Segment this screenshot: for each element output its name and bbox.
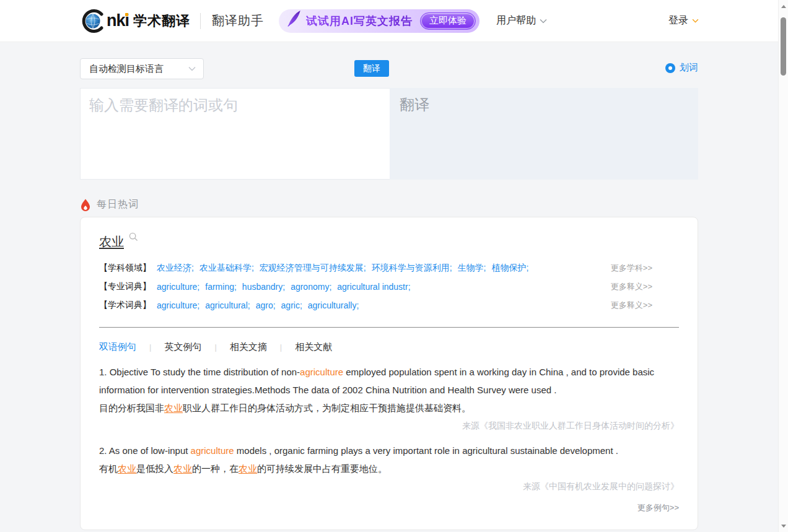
language-select[interactable]: 自动检测目标语言 bbox=[80, 58, 204, 79]
word-select-toggle[interactable]: 划词 bbox=[665, 62, 698, 74]
translate-box: 翻译 bbox=[80, 88, 698, 180]
source-text-input[interactable] bbox=[81, 89, 390, 179]
dict-link[interactable]: husbandry; bbox=[242, 282, 285, 292]
translate-button[interactable]: 翻译 bbox=[354, 60, 389, 77]
dict-link[interactable]: agriculture; bbox=[157, 282, 199, 292]
definition-links: agriculture;farming;husbandry;agronomy;a… bbox=[151, 282, 411, 292]
scroll-up-arrow[interactable] bbox=[779, 1, 788, 11]
dict-link[interactable]: 生物学; bbox=[458, 263, 486, 274]
dict-link[interactable]: agric; bbox=[281, 300, 302, 310]
header-subtitle: 翻译助手 bbox=[212, 12, 264, 29]
chevron-down-icon bbox=[188, 66, 196, 71]
try-now-button[interactable]: 立即体验 bbox=[420, 12, 476, 30]
definition-rows: 【学科领域】 农业经济;农业基础科学;宏观经济管理与可持续发展;环境科学与资源利… bbox=[99, 259, 679, 315]
header: nki 学术翻译 翻译助手 试试用AI写英文报告 立即体验 用户帮助 登录 bbox=[0, 0, 788, 42]
translation-output-placeholder: 翻译 bbox=[400, 95, 688, 115]
dict-link[interactable]: 农业基础科学; bbox=[199, 263, 254, 274]
highlighted-term: agriculture bbox=[191, 445, 234, 456]
example-text: 的可持续发展中占有重要地位。 bbox=[257, 463, 387, 474]
radio-on-icon bbox=[665, 63, 675, 73]
language-select-value: 自动检测目标语言 bbox=[89, 63, 188, 75]
highlighted-term: agriculture bbox=[300, 367, 343, 377]
example-english: 2. As one of low-input agriculture model… bbox=[99, 442, 679, 460]
tab-separator: | bbox=[280, 342, 282, 352]
dict-link[interactable]: 环境科学与资源利用; bbox=[372, 263, 452, 274]
highlighted-term: 农业 bbox=[164, 403, 183, 413]
dict-link[interactable]: agronomy; bbox=[291, 282, 331, 292]
daily-hotword-header: 每日热词 bbox=[80, 198, 698, 211]
scroll-down-arrow[interactable] bbox=[779, 521, 788, 531]
translation-output-panel: 翻译 bbox=[390, 88, 698, 180]
quill-icon bbox=[286, 9, 302, 28]
definition-row-label: 【专业词典】 bbox=[99, 281, 151, 292]
example-text: 2. As one of low-input bbox=[99, 445, 191, 456]
cnki-logo[interactable]: nki 学术翻译 bbox=[81, 9, 190, 33]
translator-controls: 自动检测目标语言 翻译 划词 bbox=[80, 58, 698, 79]
search-icon[interactable] bbox=[129, 232, 138, 242]
definition-row-professional-dict: 【专业词典】 agriculture;farming;husbandry;agr… bbox=[99, 277, 679, 296]
example-chinese: 目的分析我国非农业职业人群工作日的身体活动方式，为制定相应干预措施提供基础资料。 bbox=[99, 399, 679, 417]
example-text: 1. Objective To study the time distribut… bbox=[99, 367, 300, 377]
ai-report-banner[interactable]: 试试用AI写英文报告 立即体验 bbox=[279, 9, 479, 33]
example-text: 是低投入 bbox=[136, 463, 173, 474]
banner-text: 试试用AI写英文报告 bbox=[306, 14, 413, 28]
tab-bilingual-examples[interactable]: 双语例句 bbox=[99, 341, 136, 353]
hotword-card: 农业 【学科领域】 农业经济;农业基础科学;宏观经济管理与可持续发展;环境科学与… bbox=[80, 217, 698, 530]
example-2: 2. As one of low-input agriculture model… bbox=[99, 442, 679, 492]
main-content: 自动检测目标语言 翻译 划词 翻译 每日热词 bbox=[0, 58, 778, 532]
dict-link[interactable]: agriculture; bbox=[157, 300, 199, 310]
source-text-panel bbox=[80, 88, 390, 180]
tab-separator: | bbox=[214, 342, 216, 352]
brand-product: 学术翻译 bbox=[133, 12, 190, 30]
more-definitions-link[interactable]: 更多释义>> bbox=[611, 300, 652, 311]
dict-link[interactable]: 植物保护; bbox=[491, 263, 528, 274]
highlighted-term: 农业 bbox=[239, 463, 257, 474]
tab-english-examples[interactable]: 英文例句 bbox=[164, 341, 201, 353]
example-chinese: 有机农业是低投入农业的一种，在农业的可持续发展中占有重要地位。 bbox=[99, 460, 679, 477]
definition-row-subjects: 【学科领域】 农业经济;农业基础科学;宏观经济管理与可持续发展;环境科学与资源利… bbox=[99, 259, 679, 277]
dict-link[interactable]: agricultural; bbox=[205, 300, 250, 310]
example-source: 来源《我国非农业职业人群工作日身体活动时间的分析》 bbox=[99, 421, 679, 432]
user-help-menu[interactable]: 用户帮助 bbox=[496, 14, 547, 27]
highlighted-term: 农业 bbox=[118, 463, 136, 474]
example-source: 来源《中国有机农业发展中的问题探讨》 bbox=[99, 481, 679, 492]
word-select-label: 划词 bbox=[680, 62, 698, 74]
definition-links: agriculture;agricultural;agro;agric;agri… bbox=[151, 300, 359, 310]
dict-link[interactable]: 宏观经济管理与可持续发展; bbox=[260, 263, 366, 274]
definition-row-label: 【学科领域】 bbox=[99, 263, 151, 274]
globe-icon bbox=[81, 9, 105, 33]
card-divider bbox=[99, 327, 679, 328]
more-examples-link[interactable]: 更多例句>> bbox=[99, 502, 679, 513]
definition-links: 农业经济;农业基础科学;宏观经济管理与可持续发展;环境科学与资源利用;生物学;植… bbox=[151, 263, 528, 274]
more-definitions-link[interactable]: 更多释义>> bbox=[611, 281, 652, 292]
dict-link[interactable]: 农业经济; bbox=[157, 263, 194, 274]
dict-link[interactable]: agriculturally; bbox=[308, 300, 359, 310]
user-help-label: 用户帮助 bbox=[496, 14, 536, 27]
example-text: 目的分析我国非 bbox=[99, 403, 164, 413]
more-subjects-link[interactable]: 更多学科>> bbox=[611, 263, 652, 274]
brand-letters: nki bbox=[107, 12, 129, 29]
definition-row-academic-dict: 【学术词典】 agriculture;agricultural;agro;agr… bbox=[99, 296, 679, 315]
dict-link[interactable]: agricultural industr; bbox=[337, 282, 410, 292]
example-text: 的一种，在 bbox=[192, 463, 239, 474]
tab-related-literature[interactable]: 相关文献 bbox=[295, 341, 332, 353]
hot-word-link[interactable]: 农业 bbox=[99, 233, 124, 250]
scrollbar-thumb[interactable] bbox=[781, 17, 786, 76]
highlighted-term: 农业 bbox=[173, 463, 192, 474]
chevron-down-icon bbox=[540, 19, 547, 24]
example-text: models , organic farming plays a very im… bbox=[234, 445, 618, 456]
login-menu[interactable]: 登录 bbox=[668, 14, 699, 27]
example-text: 有机 bbox=[99, 463, 118, 474]
dict-link[interactable]: agro; bbox=[256, 300, 276, 310]
header-divider bbox=[200, 13, 201, 29]
example-text: 职业人群工作日的身体活动方式，为制定相应干预措施提供基础资料。 bbox=[183, 403, 471, 413]
example-english: 1. Objective To study the time distribut… bbox=[99, 363, 679, 399]
page-scrollbar[interactable] bbox=[778, 0, 788, 532]
tab-separator: | bbox=[149, 342, 151, 352]
example-1: 1. Objective To study the time distribut… bbox=[99, 363, 679, 432]
tab-related-abstracts[interactable]: 相关文摘 bbox=[230, 341, 267, 353]
dict-link[interactable]: farming; bbox=[205, 282, 237, 292]
definition-row-label: 【学术词典】 bbox=[99, 300, 151, 311]
daily-hotword-title: 每日热词 bbox=[97, 198, 139, 211]
login-label: 登录 bbox=[668, 14, 688, 27]
